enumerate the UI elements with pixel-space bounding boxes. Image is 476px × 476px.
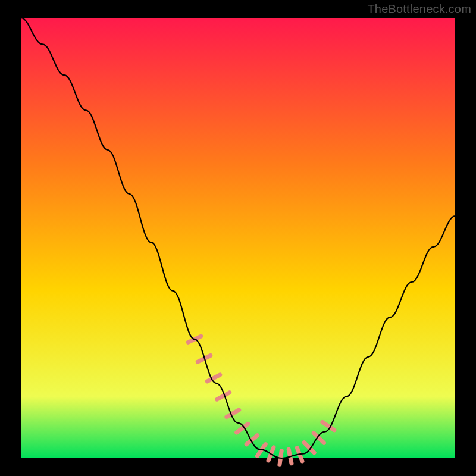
chart-svg — [0, 0, 476, 476]
plot-background — [21, 18, 455, 458]
chart-container: TheBottleneck.com — [0, 0, 476, 476]
watermark-text: TheBottleneck.com — [367, 2, 471, 16]
